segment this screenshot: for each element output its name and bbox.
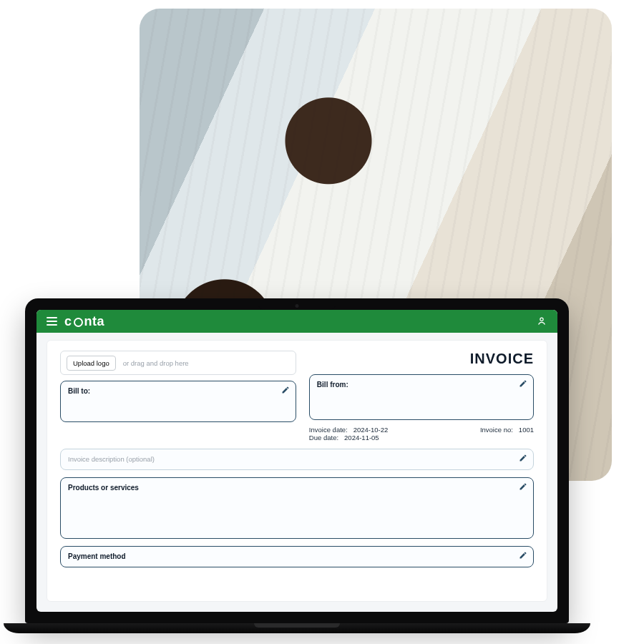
brand-name-left: c — [64, 314, 72, 329]
pencil-icon[interactable] — [519, 551, 527, 560]
upload-hint: or drag and drop here — [123, 359, 189, 367]
invoice-date-value: 2024-10-22 — [353, 426, 389, 434]
svg-point-0 — [540, 318, 543, 321]
pencil-icon[interactable] — [519, 379, 527, 388]
logo-upload-dropzone[interactable]: Upload logo or drag and drop here — [60, 351, 296, 375]
brand-ring-icon — [74, 318, 83, 327]
pencil-icon[interactable] — [519, 454, 527, 462]
invoice-date-label: Invoice date: — [309, 426, 348, 434]
bill-to-panel[interactable]: Bill to: — [60, 381, 296, 422]
page-title: INVOICE — [309, 351, 534, 367]
pencil-icon[interactable] — [519, 482, 527, 491]
upload-logo-button[interactable]: Upload logo — [67, 356, 116, 371]
bill-from-label: Bill from: — [317, 381, 348, 389]
hamburger-icon[interactable] — [47, 317, 57, 326]
brand-name-right: nta — [84, 314, 105, 329]
app-screen: c nta — [36, 310, 557, 612]
products-label: Products or services — [68, 484, 139, 492]
description-placeholder: Invoice description (optional) — [68, 455, 155, 463]
bill-from-panel[interactable]: Bill from: — [309, 374, 534, 420]
payment-panel[interactable]: Payment method — [60, 546, 534, 567]
invoice-page: Upload logo or drag and drop here Bill t… — [47, 340, 547, 602]
invoice-no-label: Invoice no: — [480, 426, 513, 441]
invoice-no-value: 1001 — [519, 426, 534, 441]
app-topbar: c nta — [36, 310, 557, 333]
invoice-description-input[interactable]: Invoice description (optional) — [60, 449, 534, 470]
user-icon[interactable] — [536, 316, 547, 327]
brand-logo[interactable]: c nta — [64, 314, 104, 329]
due-date-value: 2024-11-05 — [344, 434, 379, 441]
laptop-frame: c nta — [25, 298, 569, 633]
due-date-label: Due date: — [309, 434, 338, 441]
pencil-icon[interactable] — [281, 386, 290, 394]
laptop-notch — [258, 298, 336, 310]
laptop-base — [4, 623, 590, 633]
products-panel[interactable]: Products or services — [60, 477, 534, 539]
bill-to-label: Bill to: — [68, 387, 90, 395]
invoice-meta: Invoice date: 2024-10-22 Due date: 2024-… — [309, 426, 534, 441]
payment-label: Payment method — [68, 552, 126, 560]
